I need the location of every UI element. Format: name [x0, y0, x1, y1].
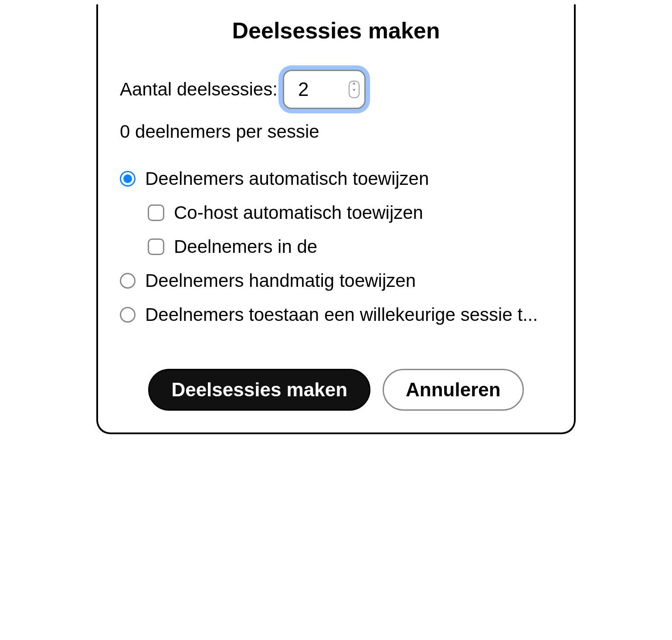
option-label: Deelnemers toestaan een willekeurige ses… [145, 304, 538, 325]
checkbox-cohost-auto[interactable]: Co-host automatisch toewijzen [148, 202, 552, 223]
radio-icon[interactable] [120, 307, 136, 323]
session-count-label: Aantal deelsessies: [120, 79, 278, 100]
radio-icon[interactable] [120, 171, 136, 187]
assignment-options: Deelnemers automatisch toewijzen Co-host… [120, 168, 552, 325]
option-manual-assign[interactable]: Deelnemers handmatig toewijzen [120, 270, 552, 291]
option-auto-assign[interactable]: Deelnemers automatisch toewijzen [120, 168, 552, 189]
checkbox-icon[interactable] [148, 204, 164, 221]
cancel-button[interactable]: Annuleren [383, 369, 524, 411]
stepper-arrows: ˄ ˅ [349, 81, 360, 98]
checkbox-label: Co-host automatisch toewijzen [174, 202, 423, 223]
session-count-row: Aantal deelsessies: ˄ ˅ [120, 70, 552, 109]
participants-per-session: 0 deelnemers per sessie [120, 121, 552, 142]
dialog-buttons: Deelsessies maken Annuleren [120, 369, 552, 411]
create-button[interactable]: Deelsessies maken [148, 369, 370, 411]
breakout-rooms-dialog: Deelsessies maken Aantal deelsessies: ˄ … [96, 4, 576, 434]
option-label: Deelnemers handmatig toewijzen [145, 270, 416, 291]
radio-icon[interactable] [120, 273, 136, 289]
stepper-down-icon[interactable]: ˅ [352, 89, 356, 95]
auto-assign-suboptions: Co-host automatisch toewijzen Deelnemers… [120, 202, 552, 257]
dialog-title: Deelsessies maken [120, 17, 552, 44]
checkbox-icon[interactable] [148, 238, 164, 255]
session-count-stepper: ˄ ˅ [283, 70, 366, 109]
option-allow-choose[interactable]: Deelnemers toestaan een willekeurige ses… [120, 304, 552, 325]
option-label: Deelnemers automatisch toewijzen [145, 168, 429, 189]
option-auto-assign-group: Deelnemers automatisch toewijzen Co-host… [120, 168, 552, 257]
checkbox-participants-in[interactable]: Deelnemers in de [148, 236, 552, 257]
checkbox-label: Deelnemers in de [174, 236, 317, 257]
